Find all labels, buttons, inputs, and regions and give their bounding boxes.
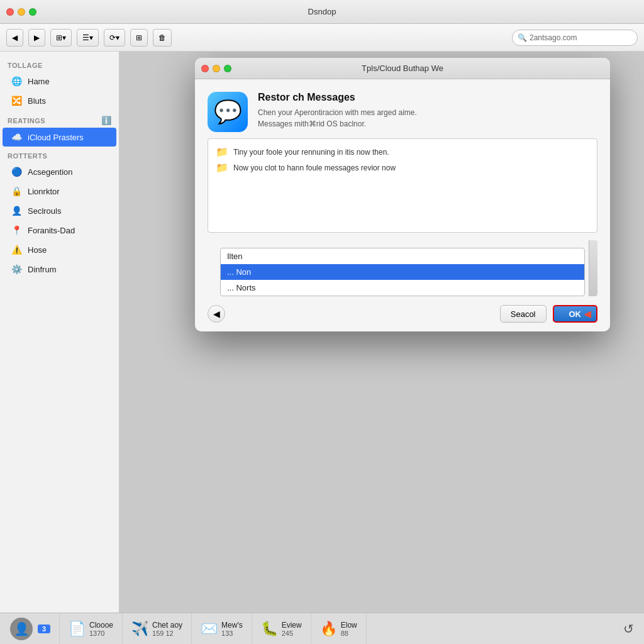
- sidebar-item-label: iCloud Prasters: [28, 133, 84, 142]
- view2-button[interactable]: ☰▾: [77, 29, 99, 47]
- sidebar-item-foranits-dad[interactable]: 📍 Foranits-Dad: [3, 221, 116, 240]
- maximize-button[interactable]: [29, 8, 36, 16]
- sidebar-item-label: Seclrouls: [28, 206, 61, 216]
- dialog-title: Tpls/Cloud Buthap We: [362, 64, 443, 73]
- bluts-icon: 🔀: [10, 94, 23, 107]
- cloooe-icon: 📄: [69, 621, 86, 637]
- dinfrum-icon: ⚙️: [10, 263, 23, 275]
- forward-button[interactable]: ▶: [28, 29, 45, 47]
- sidebar-item-label: Foranits-Dad: [28, 226, 75, 235]
- trash-button[interactable]: 🗑: [153, 29, 172, 47]
- dialog-dropdown: Ilten ... Non ... Norts: [220, 248, 585, 296]
- dialog-titlebar: Tpls/Cloud Buthap We: [195, 58, 610, 79]
- title-bar-buttons: [6, 8, 36, 16]
- sidebar-item-label: Hame: [28, 77, 50, 86]
- list-item: 📁 Now you clot to hann foule messages re…: [213, 160, 592, 175]
- dialog-header-text: Restor ch Messages Chen your Aperontirac…: [258, 92, 417, 130]
- sidebar-item-label: Bluts: [28, 96, 46, 106]
- main-pane: Tpls/Cloud Buthap We 💬 Restor ch Message…: [119, 52, 644, 613]
- foranits-icon: 📍: [10, 224, 23, 236]
- mews-icon: ✉️: [201, 621, 218, 637]
- dropdown-item-non[interactable]: ... Non: [221, 264, 584, 280]
- search-text: 2antsago.com: [530, 33, 577, 42]
- eview-icon: 🐛: [261, 621, 278, 637]
- chetaoy-value: 159 12: [152, 630, 182, 637]
- badge-count: 3: [38, 625, 50, 633]
- elow-value: 88: [341, 630, 357, 637]
- icloud-icon: ☁️: [10, 131, 23, 143]
- eview-label: Eview: [282, 621, 302, 630]
- status-bar: 👤 3 📄 Cloooe 1370 ✈️ Chet aoy 159 12 ✉️ …: [0, 613, 644, 644]
- list-item-text-2: Now you clot to hann foule messages revi…: [233, 164, 396, 172]
- sidebar-item-acsegention[interactable]: 🔵 Acsegention: [3, 162, 116, 181]
- sidebar-item-dinfrum[interactable]: ⚙️ Dinfrum: [3, 260, 116, 279]
- status-badge-area: 3: [33, 613, 60, 644]
- dialog-list-area: 📁 Tiny your foole your rennuning in itis…: [208, 138, 597, 233]
- acsegention-icon: 🔵: [10, 165, 23, 178]
- sidebar-item-label: Acsegention: [28, 167, 73, 177]
- folder-icon-2: 📁: [216, 162, 228, 174]
- dialog-min-button[interactable]: [213, 65, 220, 72]
- chetaoy-label: Chet aoy: [152, 621, 182, 630]
- sidebar-section-reatings: Reatings ℹ️: [0, 111, 119, 127]
- grid-button[interactable]: ⊞: [130, 29, 148, 47]
- content-area: Tollage 🌐 Hame 🔀 Bluts Reatings ℹ️ ☁️ iC…: [0, 52, 644, 613]
- dropdown-scrollbar[interactable]: [589, 240, 597, 296]
- info-icon[interactable]: ℹ️: [101, 116, 112, 125]
- sidebar-item-seclrouls[interactable]: 👤 Seclrouls: [3, 201, 116, 220]
- eview-value: 245: [282, 630, 302, 637]
- dialog-footer: ◀ Seacol OK: [195, 296, 610, 331]
- sidebar-item-hose[interactable]: ⚠️ Hose: [3, 240, 116, 259]
- dialog-subtitle1: Chen your Aperontiracion with mes arged …: [258, 107, 417, 118]
- seclrouls-icon: 👤: [10, 204, 23, 217]
- dialog-header: 💬 Restor ch Messages Chen your Aperontir…: [195, 79, 610, 138]
- mews-value: 133: [221, 630, 243, 637]
- cloooe-value: 1370: [89, 630, 113, 637]
- folder-icon-1: 📁: [216, 146, 228, 158]
- main-window: Dsndop ◀ ▶ ⊞▾ ☰▾ ⟳▾ ⊞ 🗑 🔍 2antsago.com T…: [0, 0, 644, 644]
- sidebar-item-label: Lionrktor: [28, 187, 60, 196]
- sidebar: Tollage 🌐 Hame 🔀 Bluts Reatings ℹ️ ☁️ iC…: [0, 52, 119, 613]
- sidebar-item-label: Dinfrum: [28, 265, 57, 274]
- hame-icon: 🌐: [10, 75, 23, 87]
- user-avatar[interactable]: 👤: [10, 618, 33, 640]
- dialog-app-icon: 💬: [208, 92, 248, 132]
- dropdown-item-ilten[interactable]: Ilten: [221, 248, 584, 264]
- search-icon: 🔍: [518, 33, 527, 42]
- sync-button[interactable]: ⟳▾: [104, 29, 125, 47]
- sidebar-item-label: Hose: [28, 245, 47, 255]
- sidebar-item-hame[interactable]: 🌐 Hame: [3, 72, 116, 91]
- window-title: Dsndop: [308, 7, 336, 16]
- status-item-mews: ✉️ Mew's 133: [192, 613, 252, 644]
- sidebar-item-lionrktor[interactable]: 🔒 Lionrktor: [3, 182, 116, 201]
- list-item: 📁 Tiny your foole your rennuning in itis…: [213, 144, 592, 160]
- elow-icon: 🔥: [320, 621, 337, 637]
- elow-label: Elow: [341, 621, 357, 630]
- lionrktor-icon: 🔒: [10, 185, 23, 197]
- arrow-indicator: ◄: [581, 307, 594, 321]
- chetaoy-icon: ✈️: [131, 621, 148, 637]
- search-bar[interactable]: 🔍 2antsago.com: [512, 30, 638, 46]
- refresh-button[interactable]: ↺: [623, 621, 634, 636]
- status-item-chetaoy: ✈️ Chet aoy 159 12: [123, 613, 192, 644]
- status-item-elow: 🔥 Elow 88: [311, 613, 367, 644]
- back-button[interactable]: ◀: [6, 29, 23, 47]
- dropdown-item-norts[interactable]: ... Norts: [221, 280, 584, 296]
- cloooe-label: Cloooe: [89, 621, 113, 630]
- dialog-subtitle2: Messages mith⌘rid OS baclnor.: [258, 118, 417, 130]
- hose-icon: ⚠️: [10, 243, 23, 256]
- back-button[interactable]: ◀: [208, 305, 225, 323]
- dialog-max-button[interactable]: [224, 65, 231, 72]
- toolbar: ◀ ▶ ⊞▾ ☰▾ ⟳▾ ⊞ 🗑 🔍 2antsago.com: [0, 24, 644, 52]
- dialog-close-button[interactable]: [201, 65, 209, 72]
- cancel-button[interactable]: Seacol: [500, 305, 547, 323]
- sidebar-section-rotterts: Rotterts: [0, 147, 119, 162]
- close-button[interactable]: [6, 8, 14, 16]
- title-bar: Dsndop: [0, 0, 644, 24]
- sidebar-item-bluts[interactable]: 🔀 Bluts: [3, 91, 116, 110]
- view1-button[interactable]: ⊞▾: [50, 29, 72, 47]
- dialog: Tpls/Cloud Buthap We 💬 Restor ch Message…: [195, 58, 610, 331]
- minimize-button[interactable]: [18, 8, 25, 16]
- sidebar-item-icloud[interactable]: ☁️ iCloud Prasters: [3, 128, 116, 147]
- dialog-heading: Restor ch Messages: [258, 92, 417, 103]
